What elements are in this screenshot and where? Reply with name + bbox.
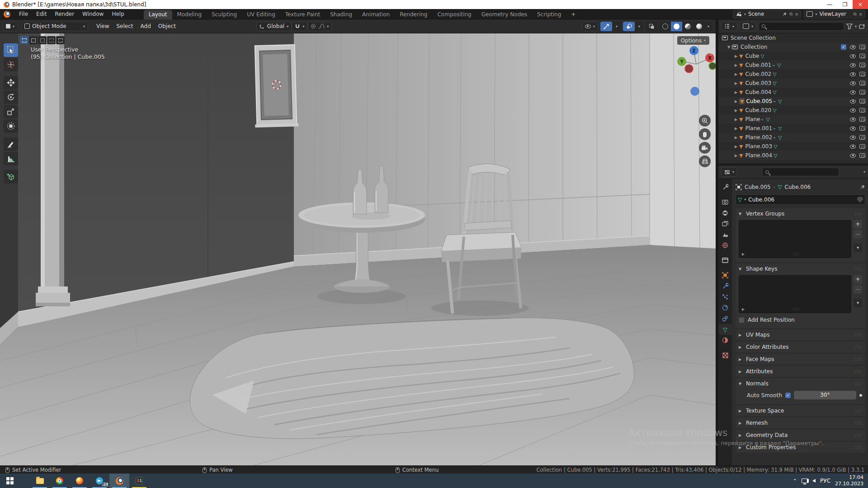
tab-layout[interactable]: Layout	[144, 10, 172, 19]
gizmos-dropdown[interactable]: ▾	[613, 22, 621, 31]
menu-help[interactable]: Help	[108, 9, 128, 19]
tab-compositing[interactable]: Compositing	[432, 10, 476, 19]
drag-grip-icon[interactable]: ::::	[855, 357, 862, 361]
menu-window[interactable]: Window	[78, 9, 108, 19]
menu-object[interactable]: Object	[155, 23, 179, 29]
disable-render-icon[interactable]	[859, 144, 865, 149]
blender-menu-icon[interactable]	[4, 11, 10, 18]
fake-user-shield-icon[interactable]	[857, 197, 863, 203]
panel-header-remesh[interactable]: ▶ Remesh ::::	[736, 418, 865, 428]
disable-render-icon[interactable]	[859, 117, 865, 122]
menu-edit[interactable]: Edit	[32, 9, 51, 19]
drag-grip-icon[interactable]: ::::	[855, 433, 862, 437]
tool-scale[interactable]	[4, 105, 18, 118]
hide-viewport-icon[interactable]	[850, 99, 856, 103]
expand-arrow-icon[interactable]: ▶	[734, 54, 738, 58]
add-vertex-group-button[interactable]: +	[854, 220, 862, 229]
shape-keys-list[interactable]: ▶ ::::	[739, 275, 851, 313]
shape-key-specials-button[interactable]: ▾	[854, 299, 862, 307]
navigation-gizmo[interactable]: Z Y X	[673, 42, 716, 119]
drag-grip-icon[interactable]: ::::	[855, 421, 862, 425]
panel-header-face-maps[interactable]: ▶ Face Maps ::::	[736, 354, 865, 365]
outliner-row-cube004[interactable]: ▶ ▼ Cube.004 ▽	[718, 88, 868, 97]
new-scene-icon[interactable]: ⧉	[789, 11, 793, 17]
hide-viewport-icon[interactable]	[850, 117, 856, 122]
new-viewlayer-icon[interactable]: ⧉	[853, 11, 856, 17]
panel-header-shape-keys[interactable]: ▼ Shape Keys ::::	[736, 263, 865, 274]
tool-add-cube[interactable]	[4, 170, 18, 183]
remove-viewlayer-icon[interactable]: ×	[859, 12, 863, 17]
filter-dropdown-icon[interactable]: ▾	[863, 170, 865, 174]
auto-smooth-angle-field[interactable]: 30°	[794, 391, 856, 399]
tool-rotate[interactable]	[4, 90, 18, 104]
hide-viewport-icon[interactable]	[850, 63, 856, 67]
outliner-row-plane002[interactable]: ▶ ▼ Plane.002 ⌁ ▽	[718, 133, 868, 142]
tab-collection-icon[interactable]	[718, 255, 732, 266]
tab-constraints-icon[interactable]	[718, 313, 732, 324]
data-name-value[interactable]: Cube.006	[748, 197, 855, 203]
outliner-row-cube[interactable]: ▶ ▼ Cube ▽	[718, 52, 868, 61]
tab-modifiers-icon[interactable]	[718, 281, 732, 291]
tab-physics-icon[interactable]	[718, 302, 732, 313]
expand-arrow-icon[interactable]: ▶	[734, 127, 738, 131]
zoom-button[interactable]	[699, 115, 711, 127]
taskbar-blender-active[interactable]	[109, 474, 129, 488]
panel-header-attributes[interactable]: ▶ Attributes ::::	[736, 366, 865, 377]
vertex-groups-list[interactable]: ▶ ::::	[739, 220, 851, 258]
visibility-dropdown[interactable]: ▾	[582, 22, 598, 31]
select-new-button[interactable]	[20, 36, 28, 44]
list-filter-arrow-icon[interactable]: ▶	[742, 252, 745, 256]
auto-smooth-checkbox[interactable]: ✓	[785, 393, 791, 398]
close-button[interactable]: ×	[853, 0, 868, 9]
sidebar-toggle-icon[interactable]: ‹	[710, 52, 712, 57]
list-resize-grip[interactable]: ::::	[793, 252, 800, 256]
expand-arrow-icon[interactable]: ▶	[734, 136, 738, 140]
shading-solid-button[interactable]	[671, 22, 682, 31]
expand-arrow-icon[interactable]: ▶	[734, 90, 738, 94]
disable-render-icon[interactable]	[859, 90, 865, 94]
shading-wireframe-button[interactable]	[660, 22, 671, 31]
drag-grip-icon[interactable]: ::::	[855, 445, 862, 450]
filter-icon[interactable]	[846, 23, 853, 29]
disable-render-icon[interactable]	[859, 99, 865, 103]
viewlayer-selector[interactable]: ▾ ViewLayer ⧉ ×	[804, 10, 865, 19]
hide-viewport-icon[interactable]	[850, 45, 856, 49]
properties-search-input[interactable]	[762, 168, 839, 176]
collapse-arrow-icon[interactable]: ▼	[726, 45, 731, 49]
tab-scene-icon[interactable]	[718, 229, 732, 240]
menu-select[interactable]: Select	[113, 23, 137, 29]
tool-move[interactable]	[4, 76, 18, 89]
menu-file[interactable]: File	[15, 9, 32, 19]
outliner-row-cube020[interactable]: ▶ ▼ Cube.020 ▽	[718, 106, 868, 115]
mode-dropdown[interactable]: Object Mode ▾	[21, 22, 88, 31]
add-shape-key-button[interactable]: +	[854, 275, 862, 284]
drag-grip-icon[interactable]: ::::	[855, 369, 862, 374]
drag-grip-icon[interactable]: ::::	[855, 381, 862, 386]
overlays-toggle[interactable]	[623, 22, 635, 31]
tab-texture-paint[interactable]: Texture Paint	[280, 10, 325, 19]
drag-grip-icon[interactable]: ::::	[855, 408, 862, 413]
delete-scene-icon[interactable]: ×	[795, 12, 798, 17]
axis-minus-z-ball[interactable]	[690, 87, 699, 96]
tool-measure[interactable]	[4, 152, 18, 165]
perspective-toggle-button[interactable]	[699, 155, 711, 167]
outliner-row-cube003[interactable]: ▶ ▼ Cube.003 ▽	[718, 79, 868, 88]
expand-arrow-icon[interactable]: ▶	[734, 154, 738, 158]
speaker-icon[interactable]	[812, 479, 816, 483]
disable-render-icon[interactable]	[859, 45, 865, 49]
hide-viewport-icon[interactable]	[850, 145, 856, 149]
pin-icon[interactable]	[782, 12, 787, 17]
hide-viewport-icon[interactable]	[850, 127, 856, 131]
shading-rendered-button[interactable]	[693, 22, 705, 31]
list-resize-grip[interactable]: ::::	[793, 307, 800, 311]
hide-viewport-icon[interactable]	[850, 136, 856, 140]
tab-object-data-icon[interactable]: ▽	[718, 324, 732, 335]
proportional-editing-control[interactable]: ▾	[307, 22, 332, 31]
tab-scripting[interactable]: Scripting	[532, 10, 566, 19]
expand-arrow-icon[interactable]: ▶	[734, 99, 738, 103]
drag-grip-icon[interactable]: ::::	[855, 211, 862, 216]
hide-viewport-icon[interactable]	[850, 108, 856, 113]
taskbar-clock[interactable]: 17:04 27.10.2023	[835, 474, 863, 487]
taskbar-media-player[interactable]: 31	[129, 474, 149, 488]
select-subtract-button[interactable]	[38, 36, 47, 44]
